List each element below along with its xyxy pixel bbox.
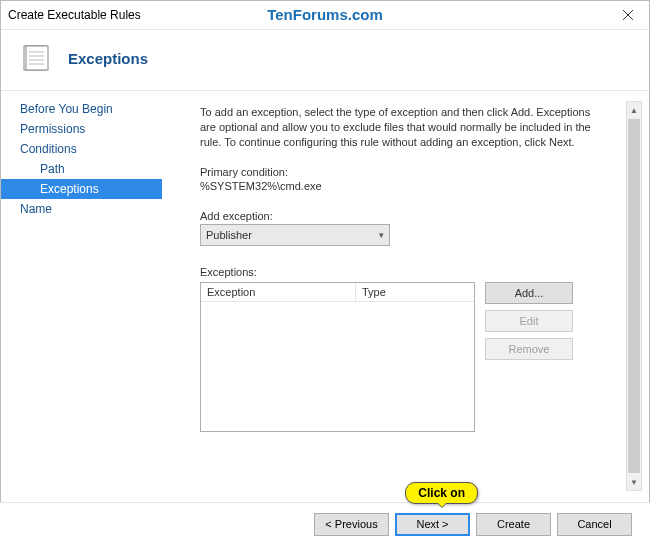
sidebar-item-conditions[interactable]: Conditions bbox=[0, 139, 162, 159]
annotation-callout: Click on bbox=[405, 482, 478, 504]
sidebar-item-before-you-begin[interactable]: Before You Begin bbox=[0, 99, 162, 119]
primary-condition-label: Primary condition: bbox=[200, 166, 620, 178]
wizard-sidebar: Before You Begin Permissions Conditions … bbox=[0, 91, 162, 501]
close-icon bbox=[623, 10, 633, 20]
col-exception[interactable]: Exception bbox=[201, 283, 356, 301]
window-title: Create Executable Rules bbox=[8, 8, 141, 22]
add-exception-dropdown[interactable]: Publisher ▾ bbox=[200, 224, 390, 246]
col-type[interactable]: Type bbox=[356, 283, 392, 301]
scroll-up-icon: ▲ bbox=[627, 102, 641, 118]
close-button[interactable] bbox=[605, 0, 650, 30]
edit-button: Edit bbox=[485, 310, 573, 332]
sidebar-item-permissions[interactable]: Permissions bbox=[0, 119, 162, 139]
previous-button[interactable]: < Previous bbox=[314, 513, 389, 536]
remove-button: Remove bbox=[485, 338, 573, 360]
sidebar-item-path[interactable]: Path bbox=[0, 159, 162, 179]
wizard-body: Before You Begin Permissions Conditions … bbox=[0, 91, 650, 501]
chevron-down-icon: ▾ bbox=[379, 230, 384, 240]
sidebar-item-name[interactable]: Name bbox=[0, 199, 162, 219]
vertical-scrollbar[interactable]: ▲ ▼ bbox=[626, 101, 642, 491]
document-icon bbox=[20, 42, 52, 74]
wizard-footer: < Previous Next > Create Cancel bbox=[0, 502, 650, 546]
title-bar: Create Executable Rules bbox=[0, 0, 650, 30]
intro-text: To add an exception, select the type of … bbox=[200, 105, 600, 150]
add-exception-label: Add exception: bbox=[200, 210, 620, 222]
listbox-header: Exception Type bbox=[201, 283, 474, 302]
page-title: Exceptions bbox=[68, 50, 148, 67]
next-button[interactable]: Next > bbox=[395, 513, 470, 536]
sidebar-item-exceptions[interactable]: Exceptions bbox=[0, 179, 162, 199]
primary-condition-value: %SYSTEM32%\cmd.exe bbox=[200, 180, 620, 192]
exceptions-list-label: Exceptions: bbox=[200, 266, 620, 278]
scroll-thumb[interactable] bbox=[628, 119, 640, 473]
exceptions-listbox[interactable]: Exception Type bbox=[200, 282, 475, 432]
cancel-button[interactable]: Cancel bbox=[557, 513, 632, 536]
add-exception-value: Publisher bbox=[206, 229, 252, 241]
svg-rect-3 bbox=[26, 46, 48, 70]
add-button[interactable]: Add... bbox=[485, 282, 573, 304]
create-button[interactable]: Create bbox=[476, 513, 551, 536]
wizard-header: Exceptions bbox=[0, 30, 650, 91]
content-pane: ▲ ▼ To add an exception, select the type… bbox=[162, 91, 650, 501]
scroll-down-icon: ▼ bbox=[627, 474, 641, 490]
